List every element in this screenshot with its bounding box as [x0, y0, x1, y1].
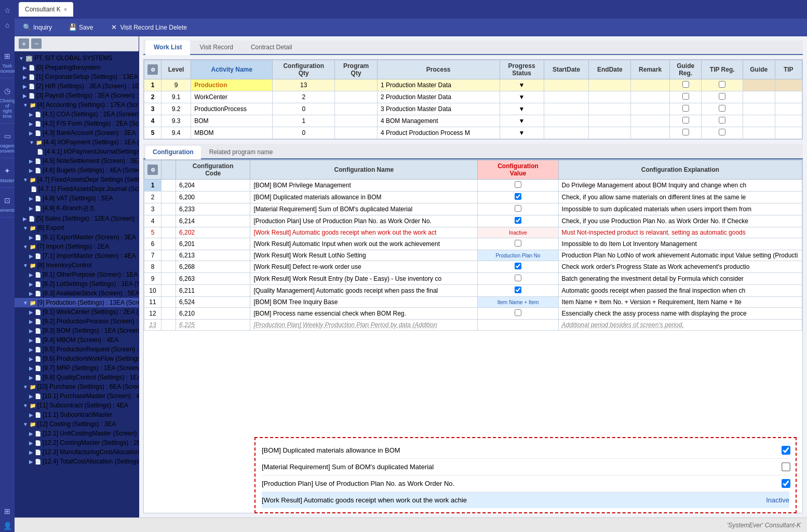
- cell-progress-1[interactable]: ▼: [500, 79, 544, 91]
- nav-master-icon[interactable]: ✦: [1, 165, 14, 177]
- tree-item-122[interactable]: ▶ 📄 [12.2] CostingMaster (Settings) : 2E…: [15, 438, 139, 447]
- nav-closing-icon[interactable]: ◷: [1, 85, 14, 97]
- cfg-row-6[interactable]: 6 6,201 [Work Result] Automatic Input wh…: [144, 238, 802, 250]
- tree-item-12[interactable]: ▼ 📁 [12] Costing (Settings) : 3EA: [15, 419, 139, 429]
- tree-item-95[interactable]: ▶ 📄 [9.5] ProductionRequest (Screen) : 2…: [15, 345, 139, 354]
- cfg-row-10[interactable]: 10 6,211 [Quality Management] Automatic …: [144, 285, 802, 297]
- nav-impl-icon[interactable]: ⊡: [1, 194, 14, 207]
- tree-item-98[interactable]: ▶ 📄 [9.8] QualityControl (Settings) : 1E…: [15, 373, 139, 382]
- cfg-row-1[interactable]: 1 6,204 [BOM] BOM Privilege Management D…: [144, 180, 802, 192]
- cell-tip-reg-4[interactable]: [702, 115, 743, 127]
- cell-activity-5[interactable]: MBOM: [191, 127, 273, 139]
- tree-item-42[interactable]: ▶ 📄 [4.2] F/S Form (Settings) : 2EA (Scr…: [15, 119, 139, 128]
- cell-tip-reg-3[interactable]: [702, 103, 743, 115]
- cell-progress-3[interactable]: ▼: [500, 103, 544, 115]
- cell-progress-2[interactable]: ▼: [500, 91, 544, 103]
- tree-item-441[interactable]: 📄 [4.4.1] I/OPaymentJournalSettings (Scr…: [15, 147, 139, 156]
- cfg-row-11[interactable]: 11 6,524 [BOM] BOM Tree Inquiry Base Ite…: [144, 297, 802, 308]
- settings-icon-2[interactable]: ⚙: [147, 165, 158, 175]
- cfg-cell-val-7[interactable]: Production Plan No: [478, 250, 558, 261]
- popup-cb-3[interactable]: [782, 479, 790, 488]
- cfg-row-2[interactable]: 2 6,200 [BOM] Duplicated materials allow…: [144, 192, 802, 203]
- tree-item-7[interactable]: ▼ 📁 [7] Import (Settings) : 2EA: [15, 242, 139, 251]
- save-button[interactable]: 💾 Save: [64, 21, 97, 34]
- tree-item-47[interactable]: ▼ 📁 [4.7] FixedAssetsDepr Settings (Sett…: [15, 175, 139, 184]
- cfg-cell-val-5[interactable]: Inactive: [478, 227, 558, 238]
- tree-item-94[interactable]: ▶ 📄 [9.4] MBOM (Screen) : 4EA: [15, 335, 139, 345]
- tree-item-9[interactable]: ▼ 📁 [9] Production (Settings) : 13EA (Sc…: [15, 298, 139, 307]
- cfg-cell-val-2[interactable]: [478, 192, 558, 203]
- delete-button[interactable]: ✕ Visit Record Line Delete: [105, 21, 191, 34]
- tab-contract-detail[interactable]: Contract Detail: [243, 40, 300, 54]
- tree-item-96[interactable]: ▶ 📄 [9.6] ProductionWorkFlow (Settings) …: [15, 354, 139, 363]
- tree-item-6[interactable]: ▼ 📁 [6] Export: [15, 223, 139, 233]
- tree-item-0[interactable]: ▶ 📄 [0] Preparingthesystem: [15, 63, 139, 72]
- tree-item-91[interactable]: ▶ 📄 [9.1] WorkCenter (Settings) : 2EA (S…: [15, 307, 139, 317]
- tree-item-5[interactable]: ▶ 📄 [5] Sales (Settings) : 12EA (Screen)…: [15, 214, 139, 223]
- cell-guide-reg-3[interactable]: [669, 103, 702, 115]
- tree-item-46[interactable]: ▶ 📄 [4.6] Bugets (Settings) : 4EA (Scree…: [15, 166, 139, 175]
- cell-progress-5[interactable]: ▼: [500, 127, 544, 139]
- cell-activity-2[interactable]: WorkCenter: [191, 91, 273, 103]
- nav-task-icon[interactable]: ⊞: [1, 50, 14, 62]
- tree-item-1[interactable]: ▶ 📄 [1] CorporateSetup (Settings) : 13EA: [15, 72, 139, 81]
- tree-item-71[interactable]: ▶ 📄 [7.1] ImportMaster (Screen) : 4EA: [15, 251, 139, 261]
- tree-item-124[interactable]: ▶ 📄 [12.4] TotalCostAllocation (Settings…: [15, 457, 139, 466]
- tab-related-program[interactable]: Related program name: [202, 146, 280, 158]
- cfg-row-4[interactable]: 4 6,214 [Production Plan] Use of Product…: [144, 215, 802, 227]
- inquiry-button[interactable]: 🔍 Inquiry: [19, 21, 56, 34]
- cell-guide-reg-2[interactable]: [669, 91, 702, 103]
- tab-visit-record[interactable]: Visit Record: [191, 40, 241, 54]
- tree-item-83[interactable]: ▶ 📄 [8.3] AvailableStock (Screen) : 5EA: [15, 289, 139, 298]
- tree-item-4[interactable]: ▼ 📁 [4] Accounting (Settings) : 17EA (Sc…: [15, 100, 139, 110]
- tree-item-101[interactable]: ▶ 📄 [10.1] PurchaseMaster (Screen) : 4EA: [15, 391, 139, 401]
- tree-item-111[interactable]: ▶ 📄 [11.1] SubcontractMaster: [15, 410, 139, 419]
- tree-item-10[interactable]: ▼ 📁 [10] Purchase (Settings) : 6EA (Scre…: [15, 382, 139, 391]
- app-tab-close[interactable]: ×: [64, 6, 67, 12]
- popup-cb-2[interactable]: [782, 462, 790, 471]
- tree-item-48[interactable]: ▶ 📄 [4.8] VAT (Settings) : 5EA: [15, 194, 139, 203]
- cfg-row-12[interactable]: 12 6,210 [BOM] Process name essencial ch…: [144, 308, 802, 320]
- cfg-cell-val-12[interactable]: [478, 308, 558, 320]
- tree-item-44[interactable]: ▼ 📁 [4.4] I/OPayment (Settings) : 1EA (S…: [15, 138, 139, 147]
- tree-item-93[interactable]: ▶ 📄 [9.3] BOM (Settings) : 1EA (Screen) …: [15, 326, 139, 335]
- tab-configuration[interactable]: Configuration: [145, 146, 201, 159]
- nav-grid-icon[interactable]: ⊞: [1, 505, 14, 517]
- panel-remove-btn[interactable]: −: [31, 38, 42, 49]
- cell-guide-reg-1[interactable]: [669, 79, 702, 91]
- cfg-cell-val-10[interactable]: [478, 285, 558, 297]
- cfg-row-9[interactable]: 9 6,263 [Work Result] Work Result Entry …: [144, 273, 802, 285]
- cfg-row-3[interactable]: 3 6,233 [Material Requirement] Sum of BO…: [144, 203, 802, 215]
- nav-mgmt-icon[interactable]: ▭: [1, 130, 14, 142]
- popup-cb-1[interactable]: [782, 446, 790, 455]
- cfg-cell-val-4[interactable]: [478, 215, 558, 227]
- upper-row-5[interactable]: 5 9.4 MBOM 0 4 Product Production Proces…: [144, 127, 802, 139]
- upper-row-3[interactable]: 3 9.2 ProductionProcess 0 3 Production M…: [144, 103, 802, 115]
- tree-item-61[interactable]: ▶ 📄 [6.1] ExportMaster (Screen) : 3EA: [15, 233, 139, 242]
- upper-row-1[interactable]: 1 9 Production 13 1 Production Master Da…: [144, 79, 802, 91]
- cfg-row-7[interactable]: 7 6,213 [Work Result] Work Result LotNo …: [144, 250, 802, 261]
- cfg-cell-val-8[interactable]: [478, 261, 558, 273]
- settings-icon[interactable]: ⚙: [147, 64, 158, 75]
- upper-row-4[interactable]: 4 9.3 BOM 1 4 BOM Management ▼: [144, 115, 802, 127]
- tree-item-3[interactable]: ▶ 📄 [3] Payroll (Settings) : 3EA (Screen…: [15, 91, 139, 100]
- tree-item-82[interactable]: ▶ 📄 [8.2] LotSettings (Settings) : 1EA (…: [15, 279, 139, 289]
- tree-item-92[interactable]: ▶ 📄 [9.2] ProductionProcess (Screen) : 3…: [15, 317, 139, 326]
- cfg-cell-val-3[interactable]: [478, 203, 558, 215]
- cfg-cell-val-1[interactable]: [478, 180, 558, 192]
- cell-guide-reg-5[interactable]: [669, 127, 702, 139]
- cell-tip-reg-2[interactable]: [702, 91, 743, 103]
- cell-activity-3[interactable]: ProductionProcess: [191, 103, 273, 115]
- panel-add-btn[interactable]: +: [19, 38, 29, 49]
- app-tab[interactable]: Consultant K ×: [19, 2, 73, 17]
- nav-home[interactable]: ⌂: [1, 19, 14, 31]
- tree-item-97[interactable]: ▶ 📄 [9.7] MRP (Settings) : 1EA (Screen) …: [15, 363, 139, 373]
- cell-guide-reg-4[interactable]: [669, 115, 702, 127]
- nav-star[interactable]: ☆: [1, 4, 14, 17]
- cell-progress-4[interactable]: ▼: [500, 115, 544, 127]
- tree-item-41[interactable]: ▶ 📄 [4.1] COA (Settings) : 2EA (Screen) …: [15, 110, 139, 119]
- cell-tip-reg-1[interactable]: [702, 79, 743, 91]
- tree-item-45[interactable]: ▶ 📄 [4.5] NoteSettlement (Screen) : 3EA: [15, 156, 139, 166]
- cfg-row-5[interactable]: 5 6,202 [Work Result] Automatic goods re…: [144, 227, 802, 238]
- tree-item-123[interactable]: ▶ 📄 [12.3] ManufacturingCostAllocation (…: [15, 447, 139, 457]
